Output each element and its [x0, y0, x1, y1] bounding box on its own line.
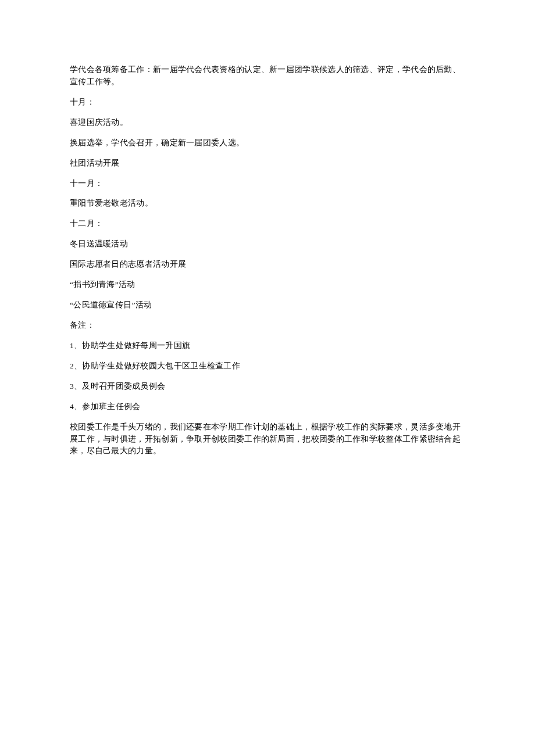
paragraph-text: 1、协助学生处做好每周一升国旗 — [70, 340, 465, 352]
paragraph-text: 校团委工作是千头万绪的，我们还要在本学期工作计划的基础上，根据学校工作的实际要求… — [70, 421, 465, 458]
paragraph-text: 2、协助学生处做好校园大包干区卫生检查工作 — [70, 360, 465, 372]
paragraph-text: 学代会各项筹备工作：新一届学代会代表资格的认定、新一届团学联候选人的筛选、评定，… — [70, 64, 465, 88]
paragraph-text: 国际志愿者日的志愿者活动开展 — [70, 259, 465, 271]
paragraph-text: 换届选举，学代会召开，确定新一届团委人选。 — [70, 137, 465, 149]
paragraph-text: 冬日送温暖活动 — [70, 238, 465, 250]
paragraph-text: 社团活动开展 — [70, 157, 465, 170]
paragraph-text: 十一月： — [70, 178, 465, 190]
paragraph-text: 十月： — [70, 96, 465, 109]
paragraph-text: “捐书到青海”活动 — [70, 279, 465, 291]
paragraph-text: 备注： — [70, 320, 465, 332]
paragraph-text: 重阳节爱老敬老活动。 — [70, 198, 465, 210]
paragraph-text: 十二月： — [70, 218, 465, 230]
paragraph-text: 4、参加班主任例会 — [70, 401, 465, 413]
paragraph-text: 喜迎国庆活动。 — [70, 117, 465, 129]
paragraph-text: “公民道德宣传日”活动 — [70, 299, 465, 311]
paragraph-text: 3、及时召开团委成员例会 — [70, 381, 465, 393]
